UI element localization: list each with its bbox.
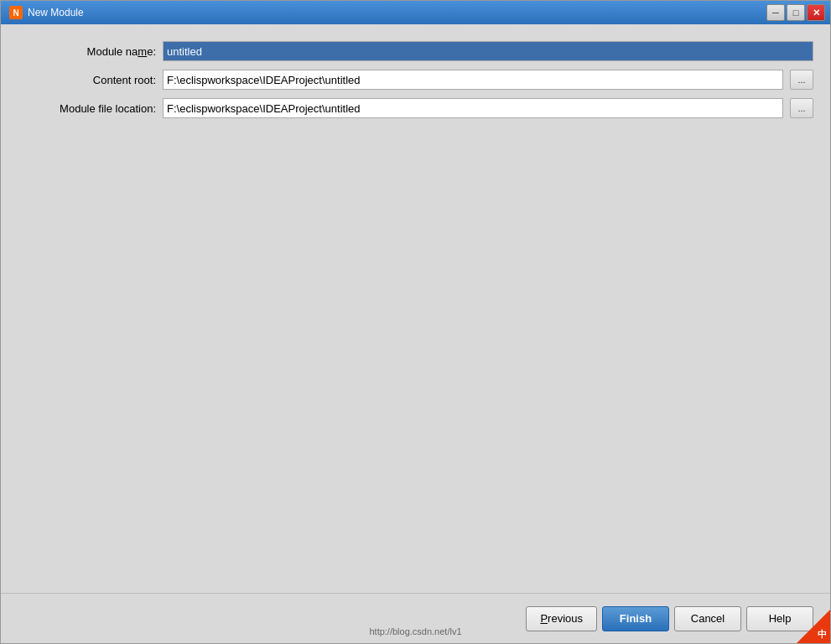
title-bar-controls: ─ □ ✕ [766,4,825,21]
app-icon: N [9,6,23,19]
dialog-window: N New Module ─ □ ✕ Module name: Content … [0,0,831,644]
cancel-button[interactable]: Cancel [674,606,741,631]
content-root-input[interactable] [163,70,783,90]
title-bar-left: N New Module [9,6,84,19]
module-name-input[interactable] [163,41,813,61]
corner-badge-text: 中 [818,628,827,641]
close-button[interactable]: ✕ [807,4,825,21]
minimize-button[interactable]: ─ [766,4,785,21]
module-file-location-label: Module file location: [18,102,156,115]
dialog-content: Module name: Content root: ... Module fi… [1,24,830,593]
maximize-button[interactable]: □ [787,4,805,21]
window-title: New Module [28,7,84,18]
content-root-browse-button[interactable]: ... [790,70,813,90]
previous-button[interactable]: Previous [526,606,597,631]
module-name-row: Module name: [18,41,813,61]
module-file-location-browse-button[interactable]: ... [790,98,813,118]
title-bar: N New Module ─ □ ✕ [1,1,830,24]
watermark: http://blog.csdn.net/lv1 [369,626,461,636]
finish-button[interactable]: Finish [602,606,669,631]
content-root-label: Content root: [18,74,156,86]
help-button[interactable]: Help [746,606,813,631]
content-root-row: Content root: ... [18,70,813,90]
module-file-location-input[interactable] [163,98,783,118]
module-file-location-row: Module file location: ... [18,98,813,118]
module-name-label: Module name: [18,45,156,58]
form-area: Module name: Content root: ... Module fi… [18,41,813,118]
